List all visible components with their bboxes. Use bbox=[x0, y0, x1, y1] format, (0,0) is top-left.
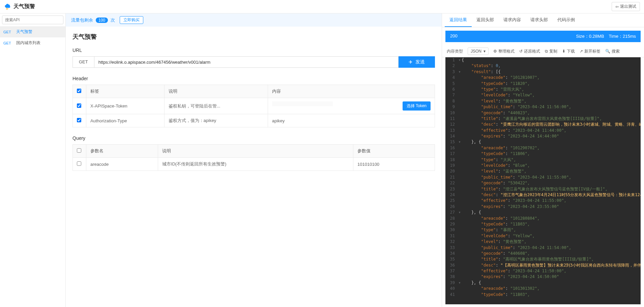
code-line: 28 "areacode": "101280804", bbox=[445, 216, 641, 221]
row-checkbox[interactable] bbox=[77, 118, 81, 122]
download-button[interactable]: ⬇下载 bbox=[562, 49, 575, 54]
th-pdesc: 说明 bbox=[158, 145, 353, 158]
code-line: 1▾{ bbox=[445, 57, 641, 63]
quota-count-badge: 100 bbox=[96, 18, 108, 23]
code-line: 16 "areacode": "101290702", bbox=[445, 145, 641, 151]
header-content: 选择 Token bbox=[268, 98, 435, 114]
code-line: 15▾ }, { bbox=[445, 139, 641, 145]
code-line: 5 "typeCode": "11B20", bbox=[445, 81, 641, 87]
row-checkbox[interactable] bbox=[77, 161, 81, 166]
query-table: 参数名 说明 参数值 areacode 城市ID(不传则返回所有生效预警) 10… bbox=[72, 144, 435, 171]
copy-icon: ⧉ bbox=[545, 49, 548, 54]
search-icon: 🔍 bbox=[605, 49, 610, 54]
select-token-button[interactable]: 选择 Token bbox=[403, 101, 431, 111]
status-bar: 200 Size：0.28MB Time：215ms bbox=[445, 31, 641, 42]
code-line: 30 "type": "暴雨", bbox=[445, 227, 641, 233]
sidebar-item-api[interactable]: GET国内城市列表 bbox=[0, 37, 65, 49]
method-badge: GET bbox=[3, 30, 13, 34]
restore-icon: ↺ bbox=[519, 49, 523, 54]
tab-3[interactable]: 请求头部 bbox=[526, 13, 553, 27]
code-line: 25 "effective": "2023-04-24 11:55:00", bbox=[445, 198, 641, 204]
code-line: 3▾ "result": [{ bbox=[445, 69, 641, 75]
query-val: 101010100 bbox=[353, 158, 435, 171]
code-line: 33 "public_time": "2023-04-24 11:54:00", bbox=[445, 245, 641, 251]
code-line: 13 "effective": "2023-04-24 11:44:00", bbox=[445, 128, 641, 133]
code-line: 32 "level": "黄色预警", bbox=[445, 239, 641, 245]
code-line: 40 "areacode": "101301302", bbox=[445, 286, 641, 291]
format-button[interactable]: ⚙整理格式 bbox=[493, 49, 515, 54]
query-desc: 城市ID(不传则返回所有生效预警) bbox=[158, 158, 353, 171]
code-line: 12 "desc": "受鹰江方向移近的雷雨云团影响，预计未来3小时遂城、附城、… bbox=[445, 122, 641, 127]
status-size: Size：0.28MB bbox=[576, 33, 604, 39]
table-row: Authorization-Type 鉴权方式，值为：apikey apikey bbox=[73, 114, 435, 127]
copy-button[interactable]: ⧉复制 bbox=[545, 49, 557, 54]
tab-0[interactable]: 返回结果 bbox=[445, 13, 472, 27]
row-checkbox[interactable] bbox=[77, 103, 81, 108]
code-line: 9 "public_time": "2023-04-24 11:56:00", bbox=[445, 104, 641, 110]
token-value bbox=[272, 101, 333, 106]
code-line: 29 "typeCode": "11B03", bbox=[445, 221, 641, 227]
send-icon: ✈ bbox=[409, 59, 413, 65]
code-line: 2 "status": 0, bbox=[445, 63, 641, 69]
code-line: 24 "desc": "澄江市气象台2023年4月24日11时55分发布大风蓝色… bbox=[445, 192, 641, 198]
quota-suffix: 次 bbox=[111, 17, 115, 23]
th-tag: 标签 bbox=[86, 85, 165, 98]
search-button[interactable]: 🔍搜索 bbox=[605, 49, 620, 54]
url-label: URL bbox=[72, 48, 435, 53]
status-code: 200 bbox=[450, 33, 458, 39]
header-checkall[interactable] bbox=[77, 89, 81, 93]
tab-2[interactable]: 请求内容 bbox=[499, 13, 526, 27]
query-checkall[interactable] bbox=[77, 148, 81, 153]
content-type-select[interactable]: JSON ▾ bbox=[468, 48, 489, 55]
content-type-label: 内容类型 bbox=[447, 49, 463, 54]
header-desc: 鉴权方式，值为：apikey bbox=[164, 114, 268, 127]
query-name: areacode bbox=[86, 158, 158, 171]
weather-icon bbox=[4, 3, 11, 10]
api-item-name: 天气预警 bbox=[16, 29, 32, 35]
sidebar: GET天气预警GET国内城市列表 bbox=[0, 13, 66, 307]
code-line: 14 "expires": "2023-04-24 14:44:00" bbox=[445, 133, 641, 139]
buy-button[interactable]: 立即购买 bbox=[120, 16, 143, 24]
table-row: X-APISpace-Token 鉴权私钥，可登陆后在管... 选择 Token bbox=[73, 98, 435, 114]
code-line: 31 "levelCode": "Yellow", bbox=[445, 233, 641, 239]
code-line: 37 "effective": "2023-04-24 11:50:00", bbox=[445, 268, 641, 274]
code-line: 26 "expires": "2023-04-24 23:55:00" bbox=[445, 204, 641, 210]
th-desc: 说明 bbox=[164, 85, 268, 98]
page-title: 天气预警 bbox=[13, 3, 35, 10]
exit-test-button[interactable]: ⇦ 退出测试 bbox=[612, 2, 640, 11]
url-input[interactable] bbox=[94, 56, 399, 68]
code-line: 19 "levelCode": "Blue", bbox=[445, 163, 641, 168]
chevron-down-icon: ▾ bbox=[484, 49, 486, 54]
code-line: 35 "title": "高明区气象台发布暴雨黄色预警[III级/较重]", bbox=[445, 256, 641, 262]
quota-bar: 流量包剩余 100 次 立即购买 bbox=[66, 13, 442, 27]
header-content: apikey bbox=[268, 114, 435, 127]
api-title: 天气预警 bbox=[72, 33, 435, 41]
format-icon: ⚙ bbox=[493, 49, 497, 54]
code-line: 18 "type": "大风", bbox=[445, 157, 641, 163]
code-line: 21 "public_time": "2023-04-24 11:55:00", bbox=[445, 175, 641, 180]
tab-1[interactable]: 返回头部 bbox=[472, 13, 499, 27]
download-icon: ⬇ bbox=[562, 49, 565, 54]
status-time: Time：215ms bbox=[609, 33, 636, 39]
exit-icon: ⇦ bbox=[615, 4, 619, 9]
restore-button[interactable]: ↺还原格式 bbox=[519, 49, 540, 54]
search-input[interactable] bbox=[2, 16, 63, 24]
newtab-button[interactable]: ↗新开标签 bbox=[580, 49, 601, 54]
code-line: 22 "geocode": "530422", bbox=[445, 180, 641, 186]
code-line: 10 "geocode": "440823", bbox=[445, 110, 641, 116]
result-toolbar: 内容类型 JSON ▾ ⚙整理格式 ↺还原格式 ⧉复制 ⬇下载 ↗新开标签 🔍搜… bbox=[442, 45, 644, 57]
code-line: 27▾ }, { bbox=[445, 210, 641, 215]
json-viewer[interactable]: 1▾{2 "status": 0,3▾ "result": [{4 "areac… bbox=[445, 57, 641, 304]
th-content: 内容 bbox=[268, 85, 435, 98]
code-line: 7 "levelCode": "Yellow", bbox=[445, 92, 641, 98]
sidebar-item-api[interactable]: GET天气预警 bbox=[0, 26, 65, 37]
tab-4[interactable]: 代码示例 bbox=[553, 13, 580, 27]
header-section-label: Header bbox=[72, 76, 435, 81]
code-line: 38 "expires": "2023-04-24 14:50:00" bbox=[445, 274, 641, 280]
code-line: 11 "title": "遂溪县气象台发布雷雨大风黄色预警[III级/较重]", bbox=[445, 116, 641, 122]
code-line: 17 "typeCode": "11B06", bbox=[445, 151, 641, 157]
send-button[interactable]: ✈ 发送 bbox=[399, 56, 435, 68]
code-line: 41 "typeCode": "11B03", bbox=[445, 292, 641, 298]
quota-prefix: 流量包剩余 bbox=[71, 17, 93, 23]
code-line: 4 "areacode": "101281007", bbox=[445, 75, 641, 81]
